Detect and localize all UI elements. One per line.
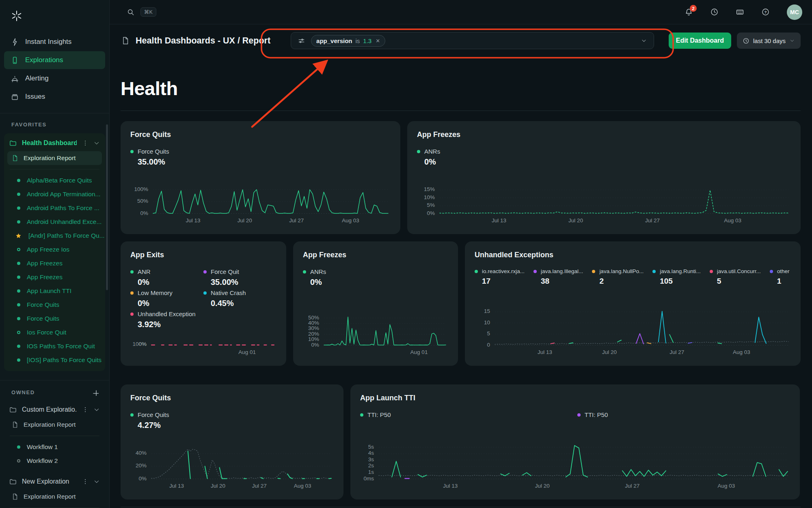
filter-value: 1.3 — [363, 37, 371, 44]
sidebar-item-instant-insights[interactable]: Instant Insights — [4, 33, 105, 51]
x-axis-label: Jul 27 — [669, 349, 684, 355]
force-quits-chart-2: 40%20%0%Jul 13Jul 20Jul 27Aug 03 — [130, 445, 334, 491]
bullet-icon — [17, 445, 20, 449]
folder-icon — [9, 478, 17, 486]
legend-dot-icon — [652, 270, 656, 273]
filter-chip-app-version[interactable]: app_version is 1.3 ✕ — [311, 35, 385, 47]
sidebar-item-alerting[interactable]: Alerting — [4, 69, 105, 87]
legend-label: java.util.Concurr... — [717, 268, 761, 274]
sidebar-link-app-freeze-ios[interactable]: App Freeze Ios — [4, 243, 105, 256]
sidebar-link-andr-paths-to-force-qu[interactable]: [Andr] Paths To Force Qu... — [4, 229, 105, 243]
y-axis-label: 5 — [475, 330, 490, 336]
bullet-icon — [17, 179, 20, 182]
y-axis-label: 0% — [130, 341, 147, 347]
sidebar-link-force-quits[interactable]: Force Quits — [4, 312, 105, 326]
y-axis-label: 2s — [360, 462, 374, 469]
series-java-util-concurr — [551, 343, 554, 344]
x-axis-label: Aug 03 — [724, 217, 741, 224]
phone-icon — [11, 56, 19, 65]
sidebar-scrollbar[interactable] — [106, 124, 108, 290]
chevron-down-icon — [789, 38, 795, 43]
exploration-report-link[interactable]: Exploration Report — [7, 151, 102, 165]
sidebar-group-custom-exploratio: Custom Exploratio...Exploration ReportWo… — [4, 402, 105, 468]
sidebar-link-ios-paths-to-force-quit[interactable]: IOS Paths To Force Quit — [4, 339, 105, 353]
help-icon[interactable]: ? — [761, 8, 770, 16]
y-axis-label: 3s — [360, 456, 374, 462]
series-tti-p50-green — [566, 445, 588, 477]
sidebar-link-app-freezes[interactable]: App Freezes — [4, 270, 105, 284]
time-range-selector[interactable]: last 30 days — [737, 33, 801, 49]
legend-item-unhandled-exception: Unhandled Exception3.92% — [130, 310, 203, 331]
kebab-menu-icon[interactable] — [82, 478, 89, 485]
user-avatar[interactable]: MC — [787, 4, 802, 20]
filter-bar[interactable]: app_version is 1.3 ✕ — [291, 32, 654, 49]
folder-custom-exploratio[interactable]: Custom Exploratio... — [4, 402, 105, 417]
chart-plot — [440, 187, 788, 214]
chevron-down-icon[interactable] — [641, 37, 647, 44]
y-axis-label: 100% — [130, 186, 148, 192]
topbar-actions: 2 ? MC — [685, 4, 802, 20]
global-search[interactable]: ⌘K — [127, 7, 156, 17]
add-exploration-icon[interactable] — [91, 389, 99, 396]
link-label: Force Quits — [27, 315, 59, 322]
sidebar-link-force-quits[interactable]: Force Quits — [4, 298, 105, 312]
y-axis-label: 0% — [130, 475, 147, 482]
notifications-bell-icon[interactable]: 2 — [685, 8, 693, 16]
card-title: Force Quits — [130, 130, 391, 139]
bullet-icon — [17, 220, 20, 224]
legend-label: other — [777, 268, 790, 274]
edit-dashboard-button[interactable]: Edit Dashboard — [669, 33, 731, 49]
folder-new-exploration[interactable]: New Exploration — [4, 473, 105, 489]
link-label: Force Quits — [27, 301, 59, 308]
legend-item-native-crash: Native Crash0.45% — [203, 289, 276, 310]
exploration-report-link[interactable]: Exploration Report — [7, 418, 102, 432]
keyboard-icon[interactable] — [736, 8, 744, 16]
chevron-down-icon[interactable] — [93, 139, 100, 147]
sidebar-link-android-unhandled-exce[interactable]: Android Unhandled Exce... — [4, 215, 105, 229]
series-tti-p50-green — [753, 462, 766, 476]
x-axis-label: Jul 27 — [252, 483, 267, 489]
x-axis-label: Jul 27 — [289, 217, 304, 224]
x-axis-label: Aug 03 — [717, 483, 735, 489]
legend-label: java.lang.Runti... — [660, 268, 701, 274]
chevron-down-icon[interactable] — [93, 478, 100, 485]
kebab-menu-icon[interactable] — [82, 139, 89, 147]
legend-dot-icon — [203, 291, 207, 295]
app-freezes-chart-2: 50%40%30%20%10%0%Aug 01 — [303, 314, 448, 357]
folder-health-dashboard[interactable]: Health Dashboard... — [4, 135, 105, 150]
y-axis-label: 10 — [475, 319, 490, 326]
sidebar-link-ios-force-quit[interactable]: Ios Force Quit — [4, 326, 105, 339]
alarm-icon — [11, 74, 19, 83]
filter-remove-icon[interactable]: ✕ — [376, 38, 380, 44]
sidebar-link-workflow-1[interactable]: Workflow 1 — [4, 440, 105, 454]
y-axis-label: 4s — [360, 450, 374, 456]
legend-item-tti-p50: TTI: P50 — [577, 411, 608, 418]
exploration-report-link[interactable]: Exploration Report — [7, 490, 102, 504]
dashboard-heading: Health — [121, 77, 801, 100]
x-axis-label: Aug 03 — [294, 483, 311, 489]
app-root: Instant InsightsExplorationsAlertingIssu… — [0, 0, 812, 508]
filters-sliders-icon — [298, 37, 305, 45]
legend-dot-icon — [130, 291, 134, 295]
sidebar-link-app-freezes[interactable]: App Freezes — [4, 256, 105, 270]
sidebar-link-ios-paths-to-force-quits[interactable]: [IOS] Paths To Force Quits — [4, 353, 105, 367]
legend-dot-icon — [710, 270, 713, 273]
brand-logo-icon[interactable] — [11, 10, 23, 22]
card-app-exits: App Exits ANR0%Force Quit35.00%Low Memor… — [121, 241, 286, 366]
history-clock-icon[interactable] — [710, 8, 719, 16]
sidebar-item-explorations[interactable]: Explorations — [4, 51, 105, 69]
clock-icon — [743, 37, 749, 44]
sidebar-link-alpha-beta-force-quits[interactable]: Alpha/Beta Force Quits — [4, 174, 105, 187]
sidebar-item-issues[interactable]: Issues — [4, 88, 105, 106]
sidebar-link-android-paths-to-force[interactable]: Android Paths To Force ... — [4, 201, 105, 215]
sidebar-link-workflow-2[interactable]: Workflow 2 — [4, 454, 105, 468]
card-title: App Freezes — [417, 130, 791, 139]
legend-value: 0% — [138, 299, 203, 308]
chevron-down-icon[interactable] — [93, 406, 100, 413]
kebab-menu-icon[interactable] — [82, 406, 89, 413]
series-java-lang-runti — [659, 311, 666, 343]
legend-dot-icon — [360, 413, 363, 417]
sidebar-link-app-launch-tti[interactable]: App Launch TTI — [4, 284, 105, 298]
x-axis-label: Jul 13 — [169, 483, 184, 489]
sidebar-link-android-app-termination[interactable]: Android App Termination... — [4, 187, 105, 201]
